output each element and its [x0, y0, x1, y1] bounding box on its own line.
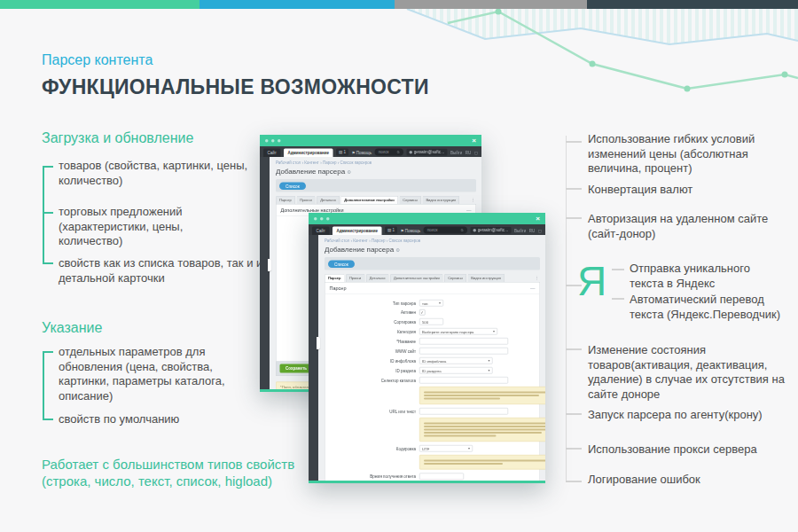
right-tick: [566, 481, 582, 482]
form-tabs: ПарсерПроксиДетальноДополнительные настр…: [276, 196, 476, 204]
timeout-input[interactable]: [419, 473, 464, 481]
window-dot-icon: [278, 139, 281, 143]
gear-icon[interactable]: ⚙: [347, 169, 351, 175]
logout-link[interactable]: Выйти: [450, 151, 462, 155]
form-tab[interactable]: Прокси: [296, 196, 315, 204]
field-label: ID инфоблока: [325, 358, 420, 363]
right-item: Использование гибких условий изменений ц…: [588, 132, 796, 176]
left-bracket-line-1: [43, 166, 44, 264]
left-bracket-tick: [43, 419, 53, 420]
logout-link[interactable]: Выйти: [514, 229, 526, 233]
right-tick: [566, 448, 582, 450]
form-tab[interactable]: Видео инструкция: [422, 196, 459, 204]
form-row: Кодировка UTF▾: [325, 445, 540, 452]
toolbar-strip: Список: [276, 179, 476, 192]
window-titlebar[interactable]: ×: [260, 135, 481, 146]
field-label: Кодировка: [325, 446, 420, 450]
window-icon[interactable]: ▢: [538, 229, 542, 233]
sidebar-handle[interactable]: [268, 259, 271, 271]
close-icon[interactable]: ×: [472, 137, 476, 145]
sort-input[interactable]: 500: [419, 318, 443, 325]
lang-switch[interactable]: RU: [529, 229, 536, 233]
right-item: Изменение состояния товаров(активация, д…: [588, 343, 798, 402]
close-icon[interactable]: ×: [536, 215, 540, 223]
admin-window-front: × Сайт Администрирование ▤ 1 ⚑ Помощь по…: [309, 213, 545, 483]
field-label: Активен: [325, 310, 420, 315]
sidebar-handle[interactable]: [317, 337, 320, 349]
form-tab[interactable]: Парсер: [276, 196, 295, 204]
admin-sidebar[interactable]: [309, 235, 318, 483]
encoding-select[interactable]: UTF▾: [419, 445, 473, 452]
form-tab[interactable]: Детально: [317, 196, 340, 204]
field-label: *Название: [325, 339, 420, 343]
chevron-down-icon: ▾: [439, 301, 441, 306]
form-tab[interactable]: Сервисы: [444, 274, 466, 282]
breadcrumb[interactable]: Рабочий стол › Контент › Парсер › Список…: [325, 239, 540, 243]
form-tab[interactable]: Детально: [366, 274, 389, 282]
menu-icon[interactable]: ▤ 1: [385, 227, 397, 234]
page-kicker: Парсер контента: [42, 52, 153, 68]
www-input[interactable]: [419, 348, 508, 355]
admin-sidebar[interactable]: [260, 157, 270, 392]
chevron-down-icon: ▾: [468, 447, 470, 451]
field-label: WWW сайт: [325, 348, 420, 353]
form-row: WWW сайт: [325, 348, 540, 355]
form-tab[interactable]: Прокси: [346, 274, 364, 282]
tab-site[interactable]: Сайт: [263, 149, 280, 158]
right-tick: [566, 348, 582, 350]
help-link[interactable]: ⚑ Помощь: [352, 151, 372, 155]
url-input[interactable]: [419, 408, 508, 415]
window-dot-icon: [326, 217, 330, 221]
tab-site[interactable]: Сайт: [312, 227, 329, 236]
active-checkbox[interactable]: ✓: [419, 309, 426, 316]
category-select[interactable]: Выберите категорию парсера▾: [419, 328, 497, 335]
type-select[interactable]: тов▾: [419, 300, 443, 307]
form-row: ID раздела ID раздела▾: [325, 367, 540, 374]
window-icon[interactable]: ▢: [474, 151, 478, 155]
search-input[interactable]: поиск: [375, 149, 403, 156]
lang-switch[interactable]: RU: [466, 151, 472, 155]
page-title: ФУНКЦИОНАЛЬНЫЕ ВОЗМОЖНОСТИ: [42, 75, 429, 99]
chevron-down-icon: ▾: [493, 330, 495, 334]
form-row: URL или текст: [325, 408, 540, 415]
bar-segment-blue: [200, 0, 395, 9]
gear-icon[interactable]: ⚙: [395, 247, 400, 253]
menu-icon[interactable]: ▤ 1: [336, 149, 348, 156]
left-item: торговых предложений (характеристики, це…: [59, 205, 236, 249]
user-chip[interactable]: gerasim@softc…: [406, 149, 447, 156]
section-select[interactable]: ID раздела▾: [419, 367, 493, 374]
selector-input[interactable]: [419, 377, 508, 384]
breadcrumb[interactable]: Рабочий стол › Контент › Парсер › Список…: [276, 160, 476, 165]
search-input[interactable]: поиск: [424, 227, 467, 234]
form-tab[interactable]: Дополнительные настройки: [390, 274, 443, 282]
field-label: Селектор каталога: [325, 378, 420, 382]
tab-admin[interactable]: Администрирование: [332, 227, 382, 236]
right-item-yandex: Автоматический перевод текста (Яндекс.Пе…: [630, 293, 798, 322]
window-dot-icon: [320, 217, 324, 221]
help-link[interactable]: ⚑ Помощь: [401, 229, 421, 233]
form-tab[interactable]: Дополнительные настройки: [340, 196, 398, 204]
parser-form: Тип парсера тов▾ Активен ✓ Сортировка 50…: [325, 294, 540, 483]
name-input[interactable]: [419, 338, 508, 345]
list-button[interactable]: Список: [328, 261, 355, 269]
field-label: Категория: [325, 329, 420, 333]
form-tab[interactable]: Парсер: [325, 274, 344, 282]
form-tab[interactable]: Сервисы: [399, 196, 421, 204]
form-tab[interactable]: Видео инструкция: [467, 274, 505, 282]
form-tabs: ПарсерПроксиДетальноДополнительные настр…: [325, 274, 540, 282]
hint-box: [419, 387, 545, 404]
tab-admin[interactable]: Администрирование: [284, 149, 333, 158]
window-dot-icon: [271, 139, 275, 143]
right-tick: [612, 269, 624, 270]
user-chip[interactable]: gerasim@softc…: [470, 227, 511, 234]
iblock-select[interactable]: ID инфоблока▾: [419, 357, 493, 364]
left-item: отдельных параметров для обновления (цен…: [59, 345, 258, 403]
chevron-down-icon: ▾: [488, 369, 489, 373]
admin-page-title: Добавление парсера ⚙: [276, 168, 476, 176]
bar-segment-dark: [587, 0, 798, 9]
collapse-icon[interactable]: —: [530, 286, 536, 291]
window-titlebar[interactable]: ×: [309, 213, 545, 224]
right-tick: [566, 141, 582, 143]
list-button[interactable]: Список: [279, 183, 306, 191]
left-item: товаров (свойства, картинки, цены, колич…: [59, 159, 271, 188]
